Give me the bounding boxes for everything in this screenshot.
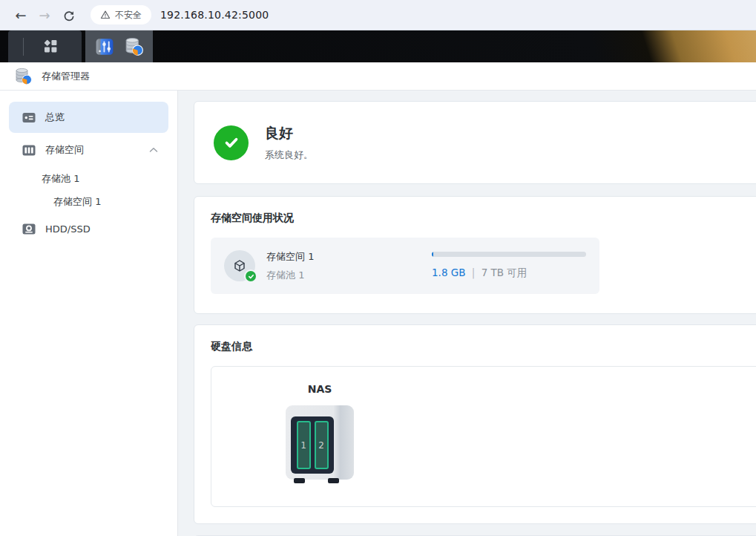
sidebar-item-storage[interactable]: 存储空间 (9, 134, 168, 166)
nas-front-panel: 1 2 (291, 416, 334, 474)
usage-card-header: 存储空间使用状况 (211, 212, 756, 225)
taskbar-open-apps-group (85, 30, 153, 62)
available-amount: 7 TB 可用 (481, 267, 527, 278)
nas-foot (328, 478, 339, 483)
nas-foot (294, 478, 305, 483)
security-chip-label: 不安全 (115, 9, 142, 22)
volume-row[interactable]: 存储空间 1 存储池 1 1.8 GB | 7 TB 可用 (211, 238, 599, 294)
sidebar-item-hdd-ssd[interactable]: HDD/SSD (9, 213, 168, 244)
browser-toolbar: ← → 不安全 192.168.10.42:5000 (0, 0, 756, 30)
control-panel-icon[interactable] (95, 37, 114, 56)
healthy-check-icon (214, 125, 249, 160)
volume-name: 存储空间 1 (266, 250, 314, 264)
sidebar-item-label: 存储空间 1 (53, 195, 101, 209)
chevron-up-icon[interactable] (149, 147, 158, 153)
warning-icon (100, 10, 111, 20)
status-subtitle: 系统良好。 (265, 148, 313, 162)
bay-number: 2 (318, 440, 324, 451)
hdd-icon (22, 223, 36, 235)
sidebar-item-label: 存储空间 (45, 143, 149, 157)
volume-healthy-badge-icon (244, 269, 257, 283)
disk-card-header: 硬盘信息 (211, 340, 756, 353)
health-status-card: 良好 系统良好。 (194, 101, 756, 184)
disk-info-card: 硬盘信息 NAS 1 2 (194, 324, 756, 524)
taskbar-divider (23, 38, 24, 56)
usage-progress-bar (432, 252, 586, 257)
overview-icon (22, 112, 36, 123)
drive-bay-1[interactable]: 1 (297, 421, 311, 469)
storage-manager-title-icon (15, 68, 33, 85)
dsm-desktop (0, 30, 756, 62)
sidebar-item-label: HDD/SSD (45, 223, 158, 235)
storage-bays-icon (22, 145, 36, 156)
status-title: 良好 (265, 124, 313, 143)
device-label: NAS (286, 383, 354, 395)
taskbar-left-group (8, 30, 82, 62)
drive-bay-2[interactable]: 2 (315, 421, 329, 469)
main-content: 良好 系统良好。 存储空间使用状况 (178, 91, 756, 536)
sidebar-item-label: 存储池 1 (42, 172, 79, 186)
refresh-icon[interactable] (56, 3, 80, 27)
window-title: 存储管理器 (42, 70, 90, 83)
volume-usage-card: 存储空间使用状况 (194, 196, 756, 314)
screen: ← → 不安全 192.168.10.42:5000 (0, 0, 756, 536)
nas-illustration: 1 2 (286, 405, 354, 480)
disk-device-box: NAS 1 2 (211, 366, 756, 507)
sidebar-item-pool-1[interactable]: 存储池 1 (0, 167, 177, 191)
storage-manager-taskbar-icon[interactable] (125, 37, 144, 56)
used-amount: 1.8 GB (432, 267, 465, 278)
address-url[interactable]: 192.168.10.42:5000 (160, 9, 269, 21)
back-icon[interactable]: ← (9, 3, 33, 27)
usage-separator: | (469, 267, 479, 278)
security-chip[interactable]: 不安全 (91, 5, 151, 24)
sidebar-item-volume-1[interactable]: 存储空间 1 (0, 191, 177, 213)
main-menu-icon[interactable] (43, 39, 59, 54)
usage-progress-fill (432, 252, 433, 257)
sidebar-item-label: 总览 (45, 111, 158, 124)
forward-icon: → (33, 3, 56, 27)
pool-name: 存储池 1 (266, 269, 314, 282)
sidebar-item-overview[interactable]: 总览 (9, 102, 168, 133)
usage-text: 1.8 GB | 7 TB 可用 (432, 267, 586, 280)
sidebar: 总览 存储空间 (0, 91, 178, 536)
bay-number: 1 (300, 440, 306, 451)
storage-manager-window: 存储管理器 总览 (0, 62, 756, 536)
volume-icon (224, 250, 255, 281)
window-titlebar[interactable]: 存储管理器 (0, 62, 756, 91)
